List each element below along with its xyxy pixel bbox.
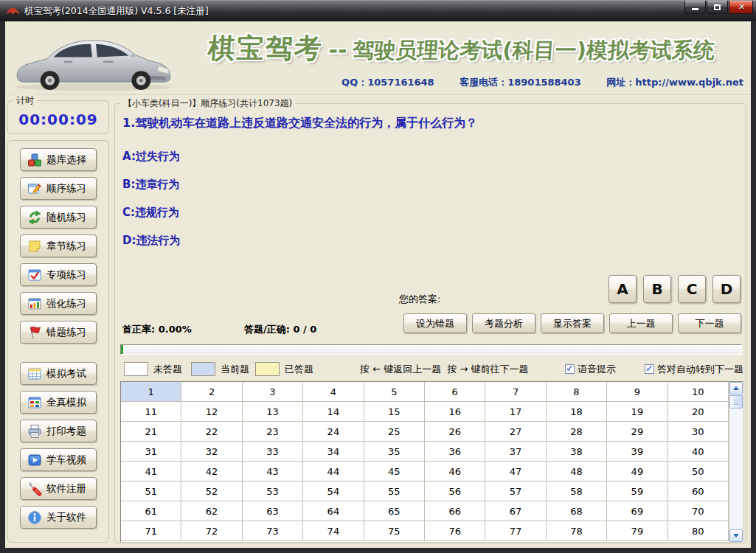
grid-cell-66[interactable]: 66 [425,501,485,521]
grid-cell-61[interactable]: 61 [121,501,181,521]
grid-cell-7[interactable]: 7 [485,382,546,402]
sidebar-button-intensive-practice[interactable]: 强化练习 [20,292,97,315]
voice-checkbox[interactable] [565,364,575,374]
minimize-button[interactable] [684,1,706,14]
grid-cell-15[interactable]: 15 [364,402,425,422]
grid-cell-36[interactable]: 36 [425,442,485,462]
grid-cell-79[interactable]: 79 [607,521,667,541]
grid-cell-57[interactable]: 57 [485,481,546,501]
next-question-button[interactable]: 下一题 [678,313,741,333]
grid-cell-32[interactable]: 32 [181,442,242,462]
grid-cell-75[interactable]: 75 [364,521,425,541]
grid-cell-9[interactable]: 9 [607,382,667,402]
grid-cell-28[interactable]: 28 [547,422,607,442]
sidebar-button-special-practice[interactable]: 专项练习 [20,263,97,286]
maximize-button[interactable] [707,1,728,14]
sidebar-button-full-simulation[interactable]: 全真模拟 [20,391,97,414]
grid-cell-40[interactable]: 40 [668,442,729,462]
grid-cell-37[interactable]: 37 [485,442,546,462]
grid-cell-53[interactable]: 53 [243,481,303,501]
grid-cell-59[interactable]: 59 [607,481,667,501]
grid-cell-55[interactable]: 55 [364,481,425,501]
grid-cell-2[interactable]: 2 [181,382,242,402]
question-analysis-button[interactable]: 考题分析 [472,313,535,333]
grid-cell-67[interactable]: 67 [485,501,546,521]
grid-cell-77[interactable]: 77 [485,521,546,541]
grid-cell-76[interactable]: 76 [425,521,485,541]
grid-cell-29[interactable]: 29 [607,422,667,442]
show-answer-button[interactable]: 显示答案 [541,313,604,333]
auto-next-checkbox[interactable] [645,364,654,374]
grid-cell-23[interactable]: 23 [243,422,303,442]
grid-cell-38[interactable]: 38 [547,442,607,462]
grid-cell-63[interactable]: 63 [243,501,303,521]
grid-cell-71[interactable]: 71 [121,521,181,541]
grid-cell-1[interactable]: 1 [121,382,181,402]
grid-cell-12[interactable]: 12 [181,402,242,422]
grid-cell-13[interactable]: 13 [243,402,303,422]
grid-cell-25[interactable]: 25 [364,422,425,442]
grid-cell-72[interactable]: 72 [181,521,242,541]
grid-cell-5[interactable]: 5 [364,382,425,402]
grid-cell-19[interactable]: 19 [607,402,667,422]
grid-cell-62[interactable]: 62 [181,501,242,521]
grid-cell-46[interactable]: 46 [425,462,485,481]
close-button[interactable]: ✕ [729,1,753,14]
grid-cell-43[interactable]: 43 [243,462,303,481]
grid-cell-17[interactable]: 17 [485,402,546,422]
scroll-thumb[interactable] [729,395,743,408]
grid-cell-33[interactable]: 33 [243,442,303,462]
prev-question-button[interactable]: 上一题 [609,313,673,333]
sidebar-button-question-bank[interactable]: 题库选择 [20,148,97,171]
grid-scrollbar[interactable] [729,382,743,542]
grid-cell-14[interactable]: 14 [303,402,364,422]
sidebar-button-software-register[interactable]: 软件注册 [20,477,97,500]
grid-cell-42[interactable]: 42 [181,462,242,481]
grid-cell-21[interactable]: 21 [121,422,181,442]
grid-cell-51[interactable]: 51 [121,481,181,501]
grid-cell-52[interactable]: 52 [181,481,242,501]
answer-button-a[interactable]: A [608,275,637,303]
grid-cell-30[interactable]: 30 [668,422,729,442]
sidebar-button-print-questions[interactable]: 打印考题 [20,420,97,442]
grid-cell-80[interactable]: 80 [668,521,729,541]
grid-cell-20[interactable]: 20 [668,402,729,422]
grid-cell-41[interactable]: 41 [121,462,181,481]
grid-cell-78[interactable]: 78 [547,521,607,541]
grid-cell-50[interactable]: 50 [668,462,729,481]
answer-button-c[interactable]: C [678,275,706,303]
grid-cell-39[interactable]: 39 [607,442,667,462]
grid-cell-74[interactable]: 74 [303,521,364,541]
grid-cell-18[interactable]: 18 [547,402,607,422]
grid-cell-22[interactable]: 22 [181,422,242,442]
grid-cell-31[interactable]: 31 [121,442,181,462]
grid-cell-6[interactable]: 6 [425,382,485,402]
grid-cell-73[interactable]: 73 [243,521,303,541]
grid-cell-60[interactable]: 60 [668,481,729,501]
scroll-down-button[interactable] [729,529,743,542]
grid-cell-11[interactable]: 11 [121,402,181,422]
scroll-track[interactable] [729,409,743,529]
grid-cell-3[interactable]: 3 [243,382,303,402]
grid-cell-54[interactable]: 54 [303,481,364,501]
sidebar-button-about-software[interactable]: 关于软件 [20,506,97,529]
sidebar-button-wrong-questions[interactable]: 错题练习 [20,321,97,344]
grid-cell-35[interactable]: 35 [364,442,425,462]
grid-cell-47[interactable]: 47 [485,462,546,481]
grid-cell-4[interactable]: 4 [303,382,364,402]
grid-cell-69[interactable]: 69 [607,501,667,521]
grid-cell-34[interactable]: 34 [303,442,364,462]
grid-cell-48[interactable]: 48 [547,462,607,481]
grid-cell-10[interactable]: 10 [668,382,729,402]
grid-cell-49[interactable]: 49 [607,462,667,481]
answer-button-d[interactable]: D [712,275,741,303]
sidebar-button-random-practice[interactable]: 随机练习 [20,206,97,229]
grid-cell-24[interactable]: 24 [303,422,364,442]
grid-cell-64[interactable]: 64 [303,501,364,521]
grid-cell-70[interactable]: 70 [668,501,729,521]
sidebar-button-mock-exam[interactable]: 模拟考试 [20,362,97,385]
grid-cell-58[interactable]: 58 [547,481,607,501]
answer-button-b[interactable]: B [643,275,671,303]
grid-cell-65[interactable]: 65 [364,501,425,521]
grid-cell-16[interactable]: 16 [425,402,485,422]
